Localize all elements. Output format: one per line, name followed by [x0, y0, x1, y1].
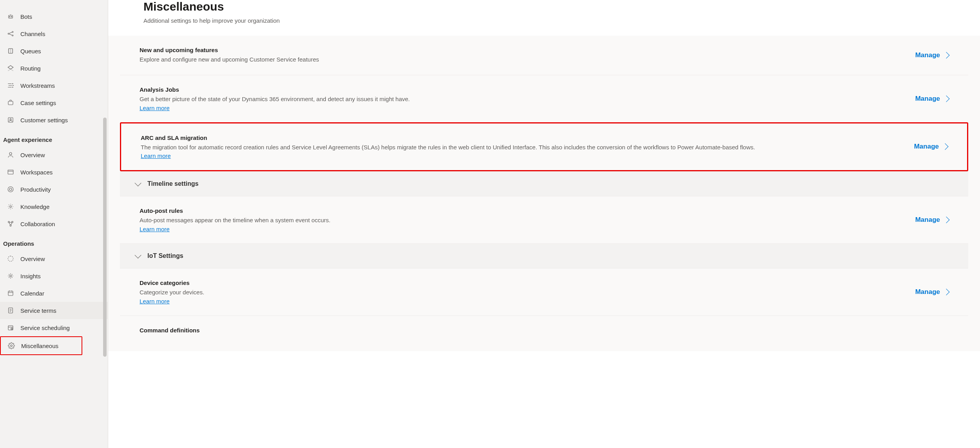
- card-title: Analysis Jobs: [140, 86, 900, 93]
- sidebar-group-agent-experience: Agent experience: [0, 129, 108, 146]
- learn-more-link-device[interactable]: Learn more: [140, 298, 170, 305]
- sidebar-item-service-terms[interactable]: Service terms: [0, 302, 108, 319]
- sidebar-item-channels[interactable]: Channels: [0, 25, 108, 42]
- insights-icon: [6, 272, 15, 280]
- svg-point-11: [8, 187, 13, 192]
- manage-button-autopost[interactable]: Manage: [915, 216, 949, 224]
- person-icon: [6, 151, 15, 159]
- card-title: Auto-post rules: [140, 207, 900, 214]
- sidebar-item-knowledge[interactable]: Knowledge: [0, 198, 108, 215]
- section-header-timeline[interactable]: Timeline settings: [120, 171, 968, 196]
- sidebar-item-productivity[interactable]: Productivity: [0, 181, 108, 198]
- sidebar-item-customer-settings[interactable]: Customer settings: [0, 111, 108, 129]
- card-title: ARC and SLA migration: [141, 134, 898, 141]
- chevron-right-icon: [942, 143, 949, 150]
- card-autopost: Auto-post rules Auto-post messages appea…: [120, 196, 968, 243]
- sidebar-item-label: Workstreams: [20, 82, 55, 89]
- sidebar-item-case-settings[interactable]: Case settings: [0, 94, 108, 111]
- learn-more-link-arc-sla[interactable]: Learn more: [141, 152, 171, 159]
- sidebar-item-label: Case settings: [20, 100, 56, 106]
- chevron-right-icon: [943, 52, 950, 58]
- svg-rect-10: [8, 170, 13, 174]
- svg-rect-6: [8, 101, 13, 105]
- card-desc: Auto-post messages appear on the timelin…: [140, 216, 900, 225]
- card-desc: Get a better picture of the state of you…: [140, 95, 900, 103]
- main-content: Miscellaneous Additional settings to hel…: [108, 0, 980, 448]
- card-desc: The migration tool for automatic record …: [141, 143, 898, 152]
- workstreams-icon: [6, 81, 15, 90]
- sidebar-item-insights[interactable]: Insights: [0, 267, 108, 285]
- sidebar-item-service-scheduling[interactable]: Service scheduling: [0, 319, 108, 336]
- card-title: Command definitions: [140, 327, 949, 334]
- knowledge-icon: [6, 202, 15, 211]
- manage-button-new-features[interactable]: Manage: [915, 51, 949, 59]
- sidebar-item-label: Routing: [20, 65, 41, 72]
- sidebar-item-workspaces[interactable]: Workspaces: [0, 163, 108, 181]
- learn-more-link-autopost[interactable]: Learn more: [140, 226, 170, 232]
- chevron-right-icon: [943, 95, 950, 102]
- sidebar-item-label: Channels: [20, 31, 45, 37]
- learn-more-link-analysis[interactable]: Learn more: [140, 105, 170, 111]
- svg-point-4: [12, 31, 13, 33]
- page-subtitle: Additional settings to help improve your…: [143, 17, 945, 24]
- sidebar-scrollbar[interactable]: [103, 118, 107, 357]
- sidebar-item-queues[interactable]: Queues: [0, 42, 108, 60]
- ops-overview-icon: [6, 254, 15, 263]
- sidebar-item-label: Customer settings: [20, 117, 68, 123]
- service-scheduling-icon: [6, 323, 15, 332]
- sidebar-item-label: Service scheduling: [20, 325, 70, 331]
- queues-icon: [6, 47, 15, 55]
- sidebar-item-label: Miscellaneous: [21, 343, 58, 349]
- sidebar-item-agent-overview[interactable]: Overview: [0, 146, 108, 163]
- manage-button-analysis[interactable]: Manage: [915, 95, 949, 103]
- sidebar-item-label: Queues: [20, 48, 41, 54]
- sidebar-item-ops-overview[interactable]: Overview: [0, 250, 108, 267]
- service-terms-icon: [6, 306, 15, 315]
- sidebar-item-collaboration[interactable]: Collaboration: [0, 215, 108, 232]
- gear-icon: [7, 341, 16, 350]
- card-desc: Explore and configure new and upcoming C…: [140, 55, 900, 64]
- manage-label: Manage: [915, 51, 940, 59]
- content-area: New and upcoming features Explore and co…: [108, 36, 980, 351]
- chevron-right-icon: [943, 217, 950, 223]
- svg-point-14: [8, 221, 10, 223]
- sidebar-item-label: Overview: [20, 256, 45, 262]
- sidebar-item-label: Bots: [20, 13, 32, 20]
- sidebar-item-routing[interactable]: Routing: [0, 60, 108, 77]
- svg-point-22: [11, 345, 13, 347]
- card-arc-sla: ARC and SLA migration The migration tool…: [120, 122, 968, 172]
- sidebar-item-workstreams[interactable]: Workstreams: [0, 77, 108, 94]
- sidebar-group-operations: Operations: [0, 232, 108, 250]
- chevron-down-icon: [135, 180, 142, 187]
- card-command-definitions: Command definitions: [120, 316, 968, 336]
- bot-icon: [6, 12, 15, 21]
- svg-point-5: [12, 35, 13, 36]
- svg-point-17: [10, 275, 12, 277]
- manage-button-arc-sla[interactable]: Manage: [914, 143, 947, 151]
- svg-point-2: [11, 16, 12, 17]
- sidebar-item-label: Productivity: [20, 186, 51, 193]
- sidebar-nav: Bots Channels Queues Routing Workstreams…: [0, 0, 108, 448]
- manage-label: Manage: [915, 288, 940, 296]
- sidebar-item-bots[interactable]: Bots: [0, 8, 108, 25]
- sidebar-item-label: Collaboration: [20, 221, 55, 227]
- chevron-down-icon: [135, 252, 142, 259]
- svg-point-13: [10, 206, 12, 208]
- card-device-categories: Device categories Categorize your device…: [120, 268, 968, 316]
- case-settings-icon: [6, 98, 15, 107]
- section-header-iot[interactable]: IoT Settings: [120, 243, 968, 268]
- svg-point-3: [8, 33, 9, 34]
- sidebar-item-miscellaneous[interactable]: Miscellaneous: [0, 336, 82, 355]
- sidebar-item-label: Overview: [20, 152, 45, 158]
- svg-rect-18: [8, 291, 13, 296]
- section-title: IoT Settings: [147, 252, 183, 259]
- sidebar-item-label: Insights: [20, 273, 41, 279]
- manage-label: Manage: [915, 216, 940, 224]
- svg-point-16: [10, 225, 11, 227]
- manage-label: Manage: [914, 143, 939, 151]
- sidebar-item-calendar[interactable]: Calendar: [0, 285, 108, 302]
- card-analysis: Analysis Jobs Get a better picture of th…: [120, 75, 968, 122]
- section-title: Timeline settings: [147, 180, 198, 187]
- sidebar-item-label: Calendar: [20, 290, 44, 297]
- manage-button-device[interactable]: Manage: [915, 288, 949, 296]
